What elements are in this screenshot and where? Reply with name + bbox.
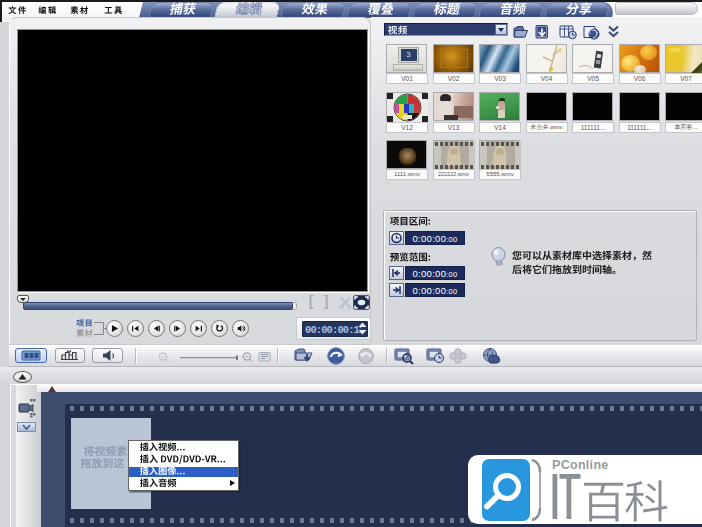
svg-text:GO: GO (491, 357, 501, 363)
